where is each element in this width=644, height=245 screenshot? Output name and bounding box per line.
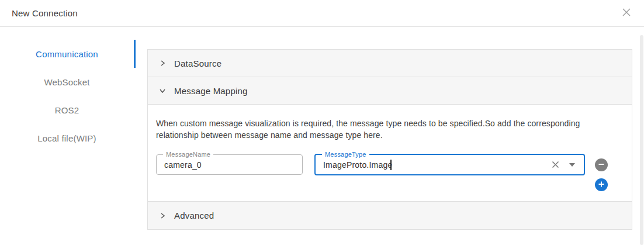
- message-type-field: MessageType: [314, 154, 585, 175]
- message-mapping-content: When custom message visualization is req…: [148, 105, 632, 202]
- sidebar-item-label: ROS2: [55, 105, 79, 115]
- sidebar-item-websocket[interactable]: WebSocket: [0, 68, 136, 96]
- main-panel: DataSource Message Mapping When custom m…: [147, 49, 632, 245]
- section-header-message-mapping[interactable]: Message Mapping: [148, 77, 632, 105]
- sidebar-item-label: WebSocket: [44, 77, 89, 87]
- dropdown-arrow-icon[interactable]: [565, 155, 579, 174]
- section-label: Message Mapping: [174, 86, 248, 96]
- new-connection-dialog: New Connection Communication WebSocket R…: [0, 0, 644, 245]
- sidebar: Communication WebSocket ROS2 Local file(…: [0, 27, 136, 245]
- sidebar-item-label: Local file(WIP): [37, 133, 96, 143]
- message-mapping-description: When custom message visualization is req…: [156, 118, 590, 141]
- section-header-advanced[interactable]: Advanced: [148, 202, 632, 229]
- dialog-header: New Connection: [0, 0, 644, 27]
- sidebar-item-label: Communication: [36, 49, 98, 59]
- close-icon: [621, 7, 632, 20]
- chevron-right-icon: [158, 58, 167, 68]
- section-header-datasource[interactable]: DataSource: [148, 50, 632, 77]
- sidebar-item-local-file[interactable]: Local file(WIP): [0, 124, 136, 152]
- dialog-title: New Connection: [12, 8, 78, 18]
- message-name-field: MessageName: [156, 154, 303, 175]
- close-button[interactable]: [619, 6, 633, 20]
- minus-icon: [598, 161, 605, 170]
- remove-row-button[interactable]: [595, 158, 608, 171]
- sidebar-item-communication[interactable]: Communication: [0, 40, 136, 68]
- mapping-row: MessageName MessageType: [156, 154, 624, 191]
- sidebar-item-ros2[interactable]: ROS2: [0, 96, 136, 124]
- section-label: DataSource: [174, 58, 221, 68]
- message-type-label: MessageType: [322, 151, 369, 158]
- text-cursor: [390, 160, 392, 170]
- plus-icon: [598, 181, 605, 189]
- vertical-scrollbar[interactable]: [640, 35, 643, 245]
- clear-icon[interactable]: [548, 155, 563, 174]
- accordion: DataSource Message Mapping When custom m…: [147, 49, 632, 230]
- section-label: Advanced: [174, 211, 214, 220]
- add-row-button[interactable]: [595, 178, 608, 191]
- row-buttons: [595, 158, 608, 191]
- chevron-right-icon: [158, 211, 167, 220]
- message-name-label: MessageName: [163, 151, 213, 158]
- chevron-down-icon: [158, 86, 167, 95]
- dialog-body: Communication WebSocket ROS2 Local file(…: [0, 27, 644, 245]
